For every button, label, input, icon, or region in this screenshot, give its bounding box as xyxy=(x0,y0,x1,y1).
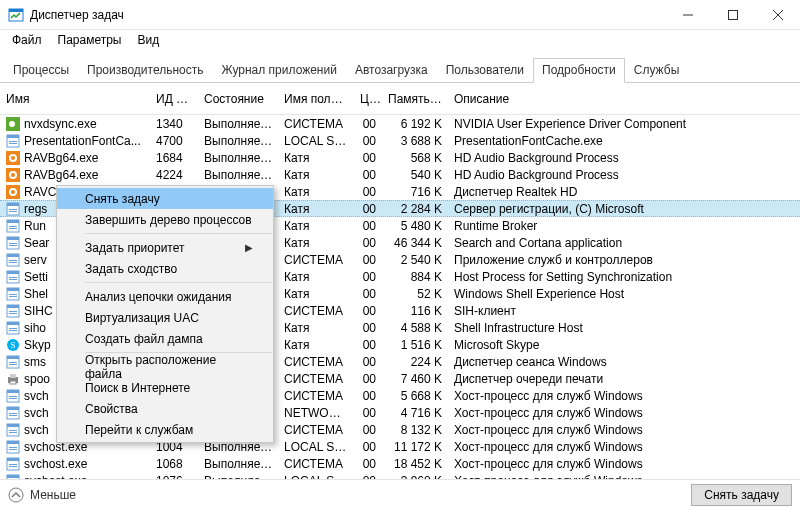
menubar: Файл Параметры Вид xyxy=(0,30,800,50)
process-icon xyxy=(6,202,20,216)
footer: Меньше Снять задачу xyxy=(0,479,800,509)
process-cpu: 00 xyxy=(354,287,382,301)
process-description: Сервер регистрации, (C) Microsoft xyxy=(448,202,800,216)
svg-rect-9 xyxy=(7,135,19,138)
process-memory: 6 192 K xyxy=(382,117,448,131)
fewer-details-button[interactable]: Меньше xyxy=(8,487,76,503)
svg-rect-46 xyxy=(7,305,19,308)
table-row[interactable]: nvxdsync.exe1340ВыполняетсяСИСТЕМА006 19… xyxy=(0,115,800,132)
process-description: Windows Shell Experience Host xyxy=(448,287,800,301)
tab-users[interactable]: Пользователи xyxy=(437,58,533,83)
maximize-button[interactable] xyxy=(710,0,755,30)
col-cpu[interactable]: ЦП xyxy=(354,92,382,106)
tab-details[interactable]: Подробности xyxy=(533,58,625,83)
process-user: Катя xyxy=(278,270,354,284)
process-state: Выполняется xyxy=(198,168,278,182)
process-state: Выполняется xyxy=(198,151,278,165)
process-icon xyxy=(6,287,20,301)
tab-startup[interactable]: Автозагрузка xyxy=(346,58,437,83)
process-name: Sear xyxy=(24,236,49,250)
tab-processes[interactable]: Процессы xyxy=(4,58,78,83)
end-task-button[interactable]: Снять задачу xyxy=(691,484,792,506)
svg-rect-10 xyxy=(9,141,17,142)
svg-rect-24 xyxy=(9,211,17,212)
context-menu-item[interactable]: Виртуализация UAC xyxy=(57,307,273,328)
svg-rect-73 xyxy=(9,432,17,433)
svg-rect-69 xyxy=(9,415,17,416)
context-menu-item[interactable]: Завершить дерево процессов xyxy=(57,209,273,230)
close-button[interactable] xyxy=(755,0,800,30)
table-row[interactable]: PresentationFontCa...4700ВыполняетсяLOCA… xyxy=(0,132,800,149)
svg-rect-28 xyxy=(9,228,17,229)
context-menu-item[interactable]: Перейти к службам xyxy=(57,419,273,440)
process-description: NVIDIA User Experience Driver Component xyxy=(448,117,800,131)
context-menu-item[interactable]: Задать приоритет▶ xyxy=(57,237,273,258)
process-name: regs xyxy=(24,202,47,216)
svg-rect-22 xyxy=(7,203,19,206)
svg-rect-1 xyxy=(9,9,23,12)
svg-rect-51 xyxy=(9,328,17,329)
process-user: LOCAL SE... xyxy=(278,134,354,148)
process-cpu: 00 xyxy=(354,117,382,131)
svg-point-90 xyxy=(9,488,23,502)
process-user: СИСТЕМА xyxy=(278,304,354,318)
table-row[interactable]: svchost.exe1068ВыполняетсяСИСТЕМА0018 45… xyxy=(0,455,800,472)
table-row[interactable]: RAVBg64.exe1684ВыполняетсяКатя00568 KHD … xyxy=(0,149,800,166)
process-description: PresentationFontCache.exe xyxy=(448,134,800,148)
process-cpu: 00 xyxy=(354,253,382,267)
process-cpu: 00 xyxy=(354,236,382,250)
column-headers: Имя ИД п... Состояние Имя польз... ЦП Па… xyxy=(0,83,800,115)
svg-text:S: S xyxy=(10,340,15,350)
process-user: Катя xyxy=(278,321,354,335)
process-pid: 1068 xyxy=(150,457,198,471)
process-memory: 716 K xyxy=(382,185,448,199)
svg-rect-64 xyxy=(9,396,17,397)
menu-view[interactable]: Вид xyxy=(129,31,167,49)
process-user: Катя xyxy=(278,219,354,233)
fewer-label: Меньше xyxy=(30,488,76,502)
process-user: СИСТЕМА xyxy=(278,389,354,403)
svg-point-14 xyxy=(11,156,15,160)
svg-rect-39 xyxy=(9,277,17,278)
menu-options[interactable]: Параметры xyxy=(50,31,130,49)
process-cpu: 00 xyxy=(354,270,382,284)
tab-performance[interactable]: Производительность xyxy=(78,58,212,83)
context-menu-item[interactable]: Открыть расположение файла xyxy=(57,356,273,377)
titlebar: Диспетчер задач xyxy=(0,0,800,30)
col-memory[interactable]: Память (ч... xyxy=(382,92,448,106)
process-cpu: 00 xyxy=(354,440,382,454)
process-cpu: 00 xyxy=(354,151,382,165)
process-name: siho xyxy=(24,321,46,335)
col-user[interactable]: Имя польз... xyxy=(278,92,354,106)
context-menu-item[interactable]: Задать сходство xyxy=(57,258,273,279)
col-pid[interactable]: ИД п... xyxy=(150,92,198,106)
table-row[interactable]: RAVBg64.exe4224ВыполняетсяКатя00540 KHD … xyxy=(0,166,800,183)
process-icon xyxy=(6,423,20,437)
context-menu-item[interactable]: Снять задачу xyxy=(57,188,273,209)
process-description: Runtime Broker xyxy=(448,219,800,233)
process-memory: 5 668 K xyxy=(382,389,448,403)
col-description[interactable]: Описание xyxy=(448,92,800,106)
process-cpu: 00 xyxy=(354,304,382,318)
svg-rect-63 xyxy=(7,390,19,393)
svg-rect-30 xyxy=(7,237,19,240)
context-menu-item[interactable]: Свойства xyxy=(57,398,273,419)
svg-rect-35 xyxy=(9,260,17,261)
svg-rect-11 xyxy=(9,143,17,144)
minimize-button[interactable] xyxy=(665,0,710,30)
svg-rect-32 xyxy=(9,245,17,246)
col-name[interactable]: Имя xyxy=(0,92,150,106)
svg-rect-52 xyxy=(9,330,17,331)
context-menu-item[interactable]: Создать файл дампа xyxy=(57,328,273,349)
process-description: Microsoft Skype xyxy=(448,338,800,352)
process-memory: 4 588 K xyxy=(382,321,448,335)
menu-file[interactable]: Файл xyxy=(4,31,50,49)
process-name: Setti xyxy=(24,270,48,284)
context-menu-item[interactable]: Анализ цепочки ожидания xyxy=(57,286,273,307)
tab-app-history[interactable]: Журнал приложений xyxy=(213,58,346,83)
tab-services[interactable]: Службы xyxy=(625,58,688,83)
col-state[interactable]: Состояние xyxy=(198,92,278,106)
process-user: СИСТЕМА xyxy=(278,355,354,369)
svg-rect-80 xyxy=(9,464,17,465)
process-description: SIH-клиент xyxy=(448,304,800,318)
